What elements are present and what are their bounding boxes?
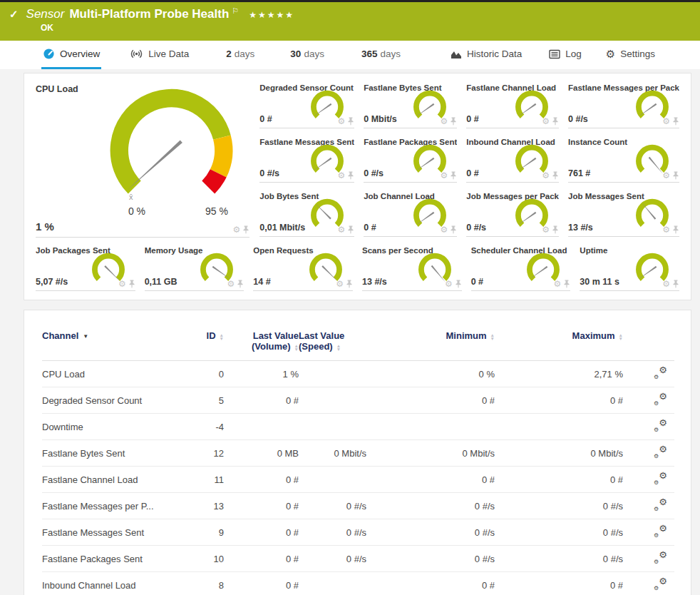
gear-icon[interactable]: ⚙ <box>542 171 550 180</box>
tab-365-days[interactable]: 365 days <box>360 41 402 69</box>
tab-label: days <box>380 49 401 59</box>
channel-settings-icon[interactable]: ⚙⚙ <box>654 526 667 536</box>
gear-icon[interactable]: ⚙ <box>227 280 235 288</box>
gear-icon[interactable]: ⚙ <box>445 280 453 288</box>
gear-icon[interactable]: ⚙ <box>542 225 550 234</box>
gear-icon[interactable]: ⚙ <box>440 171 448 180</box>
minimum-cell: 0 #/s <box>366 493 495 519</box>
sensor-header: ✓ Sensor Multi-Platform Probe Health ⚐ ★… <box>0 2 700 41</box>
tab-label: Settings <box>620 49 655 59</box>
pin-icon[interactable] <box>450 171 457 180</box>
gear-icon[interactable]: ⚙ <box>662 225 670 234</box>
gauge-tile[interactable]: Memory Usage 0,11 GB ⚙ <box>145 243 245 291</box>
maximum-cell: 0 Mbit/s <box>495 440 623 467</box>
pin-icon[interactable] <box>450 225 457 234</box>
column-header-minimum[interactable]: Minimum▲▼ <box>366 320 495 361</box>
minimum-cell: 0 # <box>366 572 495 595</box>
channel-settings-icon[interactable]: ⚙⚙ <box>654 447 667 457</box>
gear-icon[interactable]: ⚙ <box>440 225 448 234</box>
gear-icon[interactable]: ⚙ <box>232 225 240 234</box>
average-marker: x̄ <box>129 193 133 201</box>
channel-settings-icon[interactable]: ⚙⚙ <box>654 499 667 510</box>
pin-icon[interactable] <box>672 280 679 288</box>
gear-icon[interactable]: ⚙ <box>337 225 345 234</box>
sort-icon: ▲▼ <box>336 344 341 351</box>
column-header-last-value-volume[interactable]: Last Value (Volume)▲▼ <box>224 320 299 361</box>
maximum-cell: 0 # <box>495 467 623 493</box>
gear-icon[interactable]: ⚙ <box>440 117 448 126</box>
pin-icon[interactable] <box>347 171 354 180</box>
tab-30-days[interactable]: 30 days <box>289 41 326 69</box>
pin-icon[interactable] <box>347 225 354 234</box>
gauge-tile[interactable]: Fastlane Messages Sent 0 #/s ⚙ <box>259 134 354 183</box>
channel-id-cell: 12 <box>181 440 224 467</box>
gear-icon[interactable]: ⚙ <box>662 171 670 180</box>
flag-icon[interactable]: ⚐ <box>232 6 239 16</box>
gear-icon[interactable]: ⚙ <box>542 117 550 126</box>
channel-settings-icon[interactable]: ⚙⚙ <box>654 394 667 405</box>
tab-log[interactable]: Log <box>547 41 583 69</box>
column-header-last-value-speed[interactable]: Last Value (Speed)▲▼ <box>299 320 366 361</box>
channel-name-cell: Fastlane Bytes Sent <box>42 440 181 467</box>
area-chart-icon <box>451 49 462 59</box>
gauge-tile[interactable]: Open Requests 14 # ⚙ <box>253 243 353 291</box>
tab-settings[interactable]: ⚙ Settings <box>604 41 657 69</box>
gear-icon[interactable]: ⚙ <box>336 280 344 288</box>
pin-icon[interactable] <box>455 280 462 288</box>
pin-icon[interactable] <box>672 225 679 234</box>
pin-icon[interactable] <box>552 225 559 234</box>
pin-icon[interactable] <box>450 117 457 126</box>
pin-icon[interactable] <box>672 171 679 180</box>
pin-icon[interactable] <box>672 117 679 126</box>
pin-icon[interactable] <box>346 280 353 288</box>
tab-overview[interactable]: Overview <box>41 41 101 69</box>
gauge-tile[interactable]: Scans per Second 13 #/s ⚙ <box>362 243 462 291</box>
column-header-maximum[interactable]: Maximum▲▼ <box>495 320 623 361</box>
last-value-speed-cell <box>299 387 366 414</box>
column-header-channel[interactable]: Channel▼ <box>42 320 181 361</box>
gauge-tile[interactable]: Job Packages Sent 5,07 #/s ⚙ <box>36 243 135 291</box>
pin-icon[interactable] <box>552 117 559 126</box>
gauge-tile[interactable]: Job Messages per Pack 0 #/s ⚙ <box>466 188 559 237</box>
gauge-tile[interactable]: Uptime 30 m 11 s ⚙ <box>580 243 679 291</box>
gauge-tile[interactable]: Inbound Channel Load 0 # ⚙ <box>466 134 559 183</box>
pin-icon[interactable] <box>563 280 570 288</box>
gauge-tile[interactable]: Degraded Sensor Count 0 # ⚙ <box>259 80 354 128</box>
gear-icon[interactable]: ⚙ <box>662 117 670 126</box>
channel-settings-icon[interactable]: ⚙⚙ <box>654 473 667 484</box>
gear-icon[interactable]: ⚙ <box>554 280 562 288</box>
gauge-needle <box>126 141 182 191</box>
tab-historic-data[interactable]: Historic Data <box>449 41 523 69</box>
gauge-tile[interactable]: Scheduler Channel Load 0 # ⚙ <box>471 243 571 291</box>
last-value-speed-cell <box>299 414 366 440</box>
pin-icon[interactable] <box>347 117 354 126</box>
minimum-cell <box>366 414 495 440</box>
channel-settings-icon[interactable]: ⚙⚙ <box>654 420 667 431</box>
gauge-tile[interactable]: Fastlane Channel Load 0 # ⚙ <box>466 80 559 128</box>
pin-icon[interactable] <box>242 225 249 234</box>
gear-icon[interactable]: ⚙ <box>662 280 670 288</box>
channel-settings-icon[interactable]: ⚙⚙ <box>654 367 667 378</box>
gauge-tile[interactable]: Instance Count 761 # ⚙ <box>568 134 679 183</box>
cpu-load-gauge-tile[interactable]: CPU Load x̄ 0 % 95 % 1 % ⚙ <box>36 80 249 238</box>
gear-icon[interactable]: ⚙ <box>337 171 345 180</box>
gauge-tile[interactable]: Job Channel Load 0 # ⚙ <box>364 188 457 237</box>
gear-icon[interactable]: ⚙ <box>118 280 126 288</box>
tab-2-days[interactable]: 2 days <box>225 41 256 69</box>
channel-id-cell: 9 <box>181 519 224 546</box>
gauge-tile[interactable]: Job Bytes Sent 0,01 Mbit/s ⚙ <box>259 188 354 237</box>
tab-live-data[interactable]: Live Data <box>128 41 190 69</box>
gauge-tile[interactable]: Fastlane Bytes Sent 0 Mbit/s ⚙ <box>364 80 457 128</box>
gauge-tile[interactable]: Job Messages Sent 13 #/s ⚙ <box>568 188 679 237</box>
pin-icon[interactable] <box>237 280 244 288</box>
gauge-tile[interactable]: Fastlane Packages Sent 0 #/s ⚙ <box>364 134 457 183</box>
gear-icon[interactable]: ⚙ <box>337 117 345 126</box>
channel-settings-icon[interactable]: ⚙⚙ <box>654 579 667 589</box>
channel-table-panel: Channel▼ ID▲▼ Last Value (Volume)▲▼ Last… <box>24 310 691 595</box>
pin-icon[interactable] <box>128 280 135 288</box>
gauge-tile[interactable]: Fastlane Messages per Pack 0 #/s ⚙ <box>568 80 679 128</box>
pin-icon[interactable] <box>552 171 559 180</box>
column-header-id[interactable]: ID▲▼ <box>181 320 224 361</box>
priority-stars[interactable]: ★★★★★ <box>249 10 294 20</box>
channel-settings-icon[interactable]: ⚙⚙ <box>654 552 667 563</box>
